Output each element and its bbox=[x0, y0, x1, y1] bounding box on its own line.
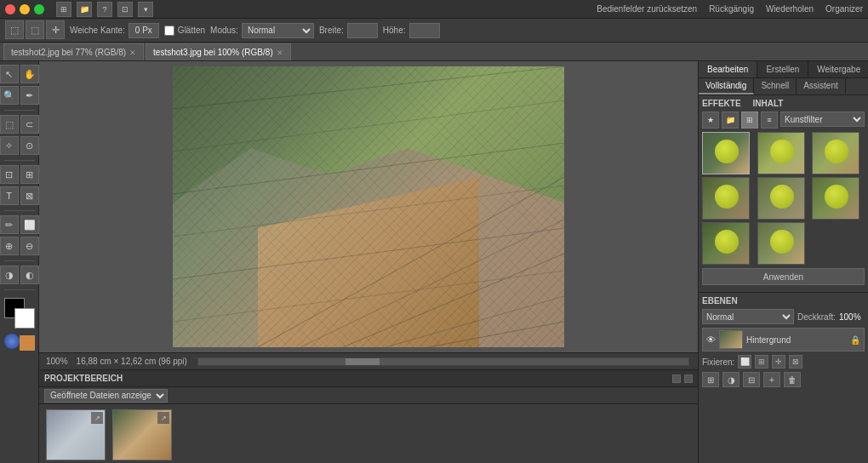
delete-layer-button[interactable]: 🗑 bbox=[784, 372, 801, 387]
rect-select-tool[interactable]: ⬚ bbox=[0, 115, 19, 134]
folder-icon[interactable]: 📁 bbox=[77, 2, 92, 17]
filter-thumb-6[interactable] bbox=[812, 177, 859, 220]
filter-thumb-2[interactable] bbox=[757, 132, 805, 174]
filter-icon-list[interactable]: ≡ bbox=[761, 111, 778, 129]
maximize-button[interactable] bbox=[34, 4, 44, 14]
text-tool[interactable]: T bbox=[0, 186, 19, 205]
filter-icon-grid[interactable]: ⊞ bbox=[741, 111, 758, 129]
fixieren-btn-4[interactable]: ⊠ bbox=[789, 355, 802, 369]
glaetten-checkbox[interactable] bbox=[164, 26, 174, 36]
crop-tool[interactable]: ⊡ bbox=[0, 165, 19, 184]
filter-icon-star[interactable]: ★ bbox=[702, 111, 719, 129]
menu-icon[interactable]: ▾ bbox=[138, 2, 153, 17]
filter-thumb-5[interactable] bbox=[757, 177, 805, 220]
layer-visibility-icon[interactable]: 👁 bbox=[706, 334, 716, 345]
eyedropper-tool[interactable]: ✒ bbox=[20, 86, 39, 105]
tool-group-zoom: 🔍 ✒ bbox=[0, 86, 39, 105]
fixieren-btn-3[interactable]: ✛ bbox=[772, 355, 785, 369]
panel-tab-bearbeiten[interactable]: Bearbeiten bbox=[699, 61, 757, 77]
tool-group-crop: ⊡ ⊞ bbox=[0, 165, 39, 184]
tab-testshot3-close[interactable]: ✕ bbox=[277, 49, 283, 57]
help-icon[interactable]: ? bbox=[97, 2, 112, 17]
panel-sub-tab-assistent[interactable]: Assistent bbox=[797, 78, 846, 94]
minimize-button[interactable] bbox=[20, 4, 30, 14]
magic-wand-tool[interactable]: ✧ bbox=[0, 136, 19, 155]
brush-tool[interactable]: ✏ bbox=[0, 215, 19, 234]
breite-input[interactable] bbox=[347, 23, 378, 38]
filter-thumb-7[interactable] bbox=[702, 222, 750, 265]
reset-panels-button[interactable]: Bedienfelder zurücksetzen bbox=[597, 4, 697, 14]
tool-group-magic: ✧ ⊙ bbox=[0, 136, 39, 155]
hand-tool[interactable]: ✋ bbox=[20, 65, 39, 83]
filter-thumb-4[interactable] bbox=[702, 177, 750, 220]
modus-select[interactable]: Normal Multiplizieren Bildschirm bbox=[242, 23, 314, 38]
fixieren-btn-2[interactable]: ⊞ bbox=[755, 355, 768, 369]
project-bar-minimize[interactable] bbox=[672, 374, 681, 383]
app-icon[interactable]: ⊡ bbox=[117, 2, 133, 17]
layers-bottom-toolbar: ⊞ ◑ ⊟ + 🗑 bbox=[702, 372, 865, 387]
filter-thumb-3[interactable] bbox=[812, 132, 859, 174]
modus-group: Modus: Normal Multiplizieren Bildschirm bbox=[210, 23, 314, 38]
marquee-tool[interactable]: ⬚ bbox=[5, 20, 24, 39]
create-adjustment-button[interactable]: ◑ bbox=[722, 372, 740, 387]
marquee-tool-2[interactable]: ⬚ bbox=[26, 20, 44, 39]
transform-tool[interactable]: ⊠ bbox=[20, 186, 39, 205]
dodge-tool[interactable]: ◑ bbox=[0, 266, 19, 284]
tab-testshot3[interactable]: testshot3.jpg bei 100% (RGB/8) ✕ bbox=[146, 43, 291, 60]
slice-tool[interactable]: ⊞ bbox=[20, 165, 39, 184]
effects-header: EFFEKTE INHALT bbox=[702, 99, 865, 108]
redo-button[interactable]: Wiederholen bbox=[766, 4, 814, 14]
filter-icon-folder[interactable]: 📁 bbox=[722, 111, 739, 129]
panel-sub-tab-schnell[interactable]: Schnell bbox=[754, 78, 797, 94]
quick-selection-tool[interactable]: ⊙ bbox=[20, 136, 39, 155]
create-group-button[interactable]: ⊞ bbox=[702, 372, 719, 387]
create-mask-button[interactable]: ⊟ bbox=[743, 372, 760, 387]
layers-section: EBENEN Normal Deckkraft: 👁 Hintergrund 🔒… bbox=[699, 292, 868, 391]
close-button[interactable] bbox=[5, 4, 15, 14]
paint-bucket-tool[interactable] bbox=[20, 335, 35, 351]
pointer-tool[interactable]: ↖ bbox=[0, 65, 19, 83]
eraser-tool[interactable]: ⬜ bbox=[20, 215, 39, 234]
gradient-tool[interactable] bbox=[4, 334, 20, 349]
fixieren-btn-1[interactable]: ⬜ bbox=[738, 355, 751, 369]
panel-sub-tab-vollstaendig[interactable]: Vollständig bbox=[699, 78, 754, 94]
breite-group: Breite: bbox=[319, 23, 378, 38]
background-color[interactable] bbox=[14, 308, 35, 329]
panel-tab-weitergabe[interactable]: Weitergabe bbox=[808, 61, 868, 77]
project-thumb-2[interactable]: ↗ bbox=[112, 409, 172, 460]
tool-group-paint: ✏ ⬜ bbox=[0, 215, 39, 234]
svg-line-4 bbox=[173, 228, 564, 279]
horizontal-scrollbar[interactable] bbox=[197, 357, 689, 366]
thumb-1-badge: ↗ bbox=[91, 412, 103, 424]
toolbar-divider-1 bbox=[4, 110, 35, 111]
tab-testshot2-close[interactable]: ✕ bbox=[129, 49, 136, 57]
grid-icon[interactable]: ⊞ bbox=[56, 2, 71, 17]
move-tool[interactable]: ✛ bbox=[46, 20, 65, 39]
clone-tool[interactable]: ⊖ bbox=[20, 237, 39, 255]
layer-lock-icon[interactable]: 🔒 bbox=[850, 335, 860, 345]
project-filter-select[interactable]: Geöffnete Dateien anzeige bbox=[44, 389, 168, 403]
organizer-button[interactable]: Organizer bbox=[825, 4, 863, 14]
create-new-layer-button[interactable]: + bbox=[763, 372, 780, 387]
color-swatch bbox=[4, 298, 35, 329]
top-menu-icons: ⊞ 📁 ? ⊡ ▾ bbox=[56, 2, 153, 17]
project-thumb-1[interactable]: ↗ bbox=[46, 409, 106, 460]
kunstfilter-select[interactable]: Kunstfilter bbox=[780, 111, 865, 127]
weiche-kante-input[interactable] bbox=[128, 23, 159, 38]
filter-thumb-1[interactable] bbox=[702, 132, 750, 174]
tab-testshot2[interactable]: testshot2.jpg bei 77% (RGB/8) ✕ bbox=[3, 43, 144, 60]
deckkraft-input[interactable] bbox=[839, 312, 865, 322]
tool-group-heal: ⊕ ⊖ bbox=[0, 237, 39, 255]
layer-row-hintergrund[interactable]: 👁 Hintergrund 🔒 bbox=[702, 328, 865, 352]
filter-thumb-8[interactable] bbox=[757, 222, 805, 265]
layer-mode-select[interactable]: Normal bbox=[702, 309, 794, 324]
smudge-tool[interactable]: ◐ bbox=[20, 266, 39, 284]
hoehe-input[interactable] bbox=[409, 23, 440, 38]
project-bar-expand[interactable] bbox=[684, 374, 693, 383]
zoom-tool[interactable]: 🔍 bbox=[0, 86, 19, 105]
panel-tab-erstellen[interactable]: Erstellen bbox=[757, 61, 808, 77]
undo-button[interactable]: Rückgängig bbox=[709, 4, 754, 14]
lasso-tool[interactable]: ⊂ bbox=[20, 115, 39, 134]
apply-button[interactable]: Anwenden bbox=[702, 268, 865, 285]
heal-tool[interactable]: ⊕ bbox=[0, 237, 19, 255]
